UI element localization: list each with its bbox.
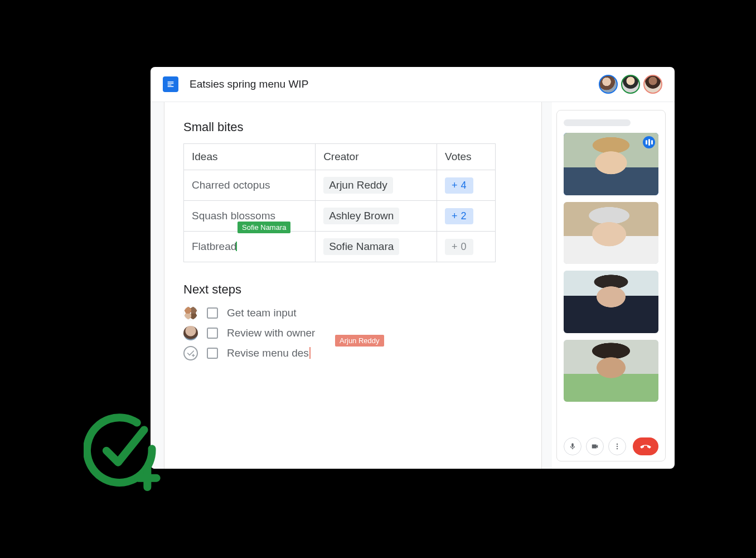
votes-cell[interactable]: +4 xyxy=(437,170,496,201)
idea-cell[interactable]: Charred octopus xyxy=(184,170,316,201)
idea-text[interactable]: Flatbread xyxy=(192,240,236,252)
more-button[interactable] xyxy=(608,437,626,455)
assign-add-icon[interactable] xyxy=(183,346,198,360)
vote-chip[interactable]: +2 xyxy=(445,208,473,224)
votes-cell[interactable]: +2 xyxy=(437,201,496,232)
doc-title[interactable]: Eatsies spring menu WIP xyxy=(190,78,599,90)
svg-point-1 xyxy=(617,446,618,447)
col-creator: Creator xyxy=(316,144,437,170)
plus-icon: + xyxy=(452,241,458,253)
video-tile[interactable] xyxy=(564,271,658,333)
col-ideas: Ideas xyxy=(184,144,316,170)
video-tile[interactable] xyxy=(564,202,658,264)
meet-side-panel xyxy=(552,102,675,469)
presence-tag: Sofie Namara xyxy=(238,222,290,233)
avatar[interactable] xyxy=(621,75,640,94)
svg-point-0 xyxy=(617,444,618,445)
meet-title-placeholder xyxy=(564,119,631,126)
meet-card xyxy=(556,110,666,461)
table-row[interactable]: Flatbread Sofie Namara Sofie Namara +0 xyxy=(184,232,496,262)
meet-controls xyxy=(564,437,658,455)
svg-point-2 xyxy=(617,448,618,449)
creator-cell[interactable]: Ashley Brown xyxy=(316,201,437,232)
checkbox[interactable] xyxy=(207,328,218,339)
video-tiles xyxy=(564,133,658,431)
docs-body: Small bites Ideas Creator Votes Charred … xyxy=(151,102,675,469)
speaking-indicator-icon xyxy=(643,136,655,148)
task-row[interactable]: Revise menu des Arjun Reddy xyxy=(183,346,522,360)
table-header-row: Ideas Creator Votes xyxy=(184,144,496,170)
camera-button[interactable] xyxy=(586,437,604,455)
docs-window: Eatsies spring menu WIP Small bites Idea… xyxy=(151,67,675,469)
doc-canvas: Small bites Ideas Creator Votes Charred … xyxy=(151,102,552,469)
avatar[interactable] xyxy=(643,75,662,94)
presence-tag: Arjun Reddy xyxy=(335,335,384,347)
votes-cell[interactable]: +0 xyxy=(437,232,496,262)
task-label[interactable]: Get team input xyxy=(227,307,297,319)
idea-cell[interactable]: Flatbread Sofie Namara xyxy=(184,232,316,262)
creator-chip[interactable]: Sofie Namara xyxy=(323,238,399,255)
collaborator-avatars xyxy=(599,75,662,94)
section-heading: Next steps xyxy=(183,282,522,297)
checkbox[interactable] xyxy=(207,348,218,359)
video-tile[interactable] xyxy=(564,340,658,402)
checkbox[interactable] xyxy=(207,307,218,319)
hangup-button[interactable] xyxy=(633,437,658,455)
assignee-avatar-icon[interactable] xyxy=(183,326,198,340)
task-label[interactable]: Revise menu des xyxy=(227,347,309,359)
task-row[interactable]: Get team input xyxy=(183,306,522,320)
creator-cell[interactable]: Sofie Namara xyxy=(316,232,437,262)
video-tile[interactable] xyxy=(564,133,658,195)
ideas-table[interactable]: Ideas Creator Votes Charred octopus Arju… xyxy=(183,143,496,262)
check-plus-decorative-icon xyxy=(84,413,162,491)
docs-app-icon xyxy=(163,76,178,92)
vote-chip[interactable]: +4 xyxy=(445,177,473,194)
creator-cell[interactable]: Arjun Reddy xyxy=(316,170,437,201)
table-row[interactable]: Squash blossoms Ashley Brown +2 xyxy=(184,201,496,232)
task-label[interactable]: Review with owner xyxy=(227,327,315,339)
next-steps-section: Next steps Get team input Review with ow… xyxy=(183,282,522,360)
section-heading: Small bites xyxy=(183,120,522,134)
docs-header: Eatsies spring menu WIP xyxy=(151,67,675,102)
assignee-group-icon[interactable] xyxy=(183,306,198,320)
creator-chip[interactable]: Arjun Reddy xyxy=(323,177,393,194)
mic-button[interactable] xyxy=(564,437,581,455)
table-row[interactable]: Charred octopus Arjun Reddy +4 xyxy=(184,170,496,201)
plus-icon: + xyxy=(452,210,458,222)
col-votes: Votes xyxy=(437,144,496,170)
plus-icon: + xyxy=(452,180,458,191)
avatar[interactable] xyxy=(599,75,618,94)
page[interactable]: Small bites Ideas Creator Votes Charred … xyxy=(164,102,542,469)
vote-chip[interactable]: +0 xyxy=(445,239,473,255)
creator-chip[interactable]: Ashley Brown xyxy=(323,208,399,224)
